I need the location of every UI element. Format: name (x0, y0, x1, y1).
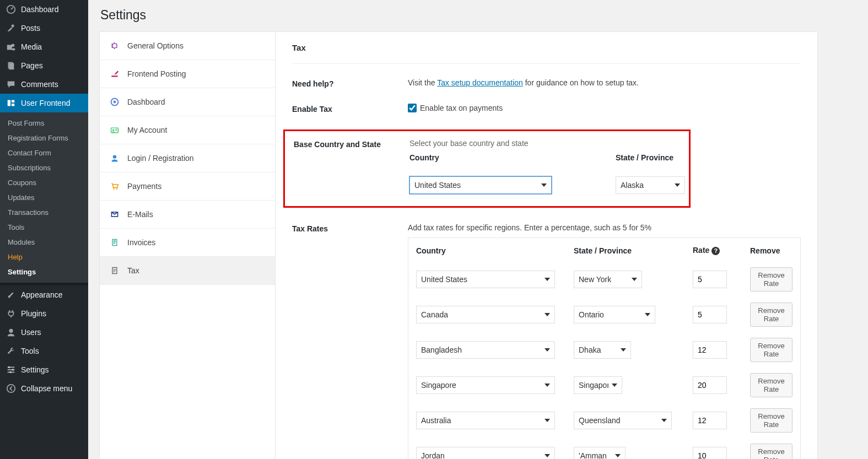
sidebar-sub-updates[interactable]: Updates (0, 190, 88, 205)
rate-country-select[interactable]: Canada (416, 306, 555, 323)
sidebar-item-appearance[interactable]: Appearance (0, 285, 88, 304)
rate-state-select[interactable]: 'Amman (574, 447, 626, 459)
rate-state-select[interactable]: New York (574, 271, 642, 288)
userfrontend-icon (6, 98, 17, 108)
remove-rate-button[interactable]: Remove Rate (750, 267, 792, 291)
cart-icon (110, 181, 120, 191)
settings-tab-login-registration[interactable]: Login / Registration (100, 144, 275, 172)
remove-rate-button[interactable]: Remove Rate (750, 408, 792, 433)
help-link[interactable]: Tax setup documentation (437, 78, 523, 87)
rate-input[interactable] (693, 447, 727, 459)
rate-country-select[interactable]: Bangladesh (416, 341, 555, 359)
rate-input[interactable] (693, 306, 727, 323)
sidebar-item-pages[interactable]: Pages (0, 56, 88, 75)
sidebar-sub-transactions[interactable]: Transactions (0, 205, 88, 220)
settings-tab-my-account[interactable]: My Account (100, 116, 275, 144)
sidebar-item-posts[interactable]: Posts (0, 19, 88, 37)
svg-point-12 (12, 369, 14, 371)
pin-icon (6, 23, 17, 33)
settings-tabs: General OptionsFrontend PostingDashboard… (99, 31, 276, 459)
rate-country-select[interactable]: Australia (416, 412, 555, 429)
state-header: State / Province (616, 153, 673, 162)
settings-tab-label: Invoices (127, 238, 155, 247)
sidebar-item-collapse-menu[interactable]: Collapse menu (0, 379, 88, 398)
sidebar-sub-coupons[interactable]: Coupons (0, 175, 88, 190)
mail-icon (110, 209, 120, 219)
svg-point-14 (7, 385, 15, 392)
sidebar-submenu: Post FormsRegistration FormsContact Form… (0, 112, 88, 283)
settings-tab-payments[interactable]: Payments (100, 172, 275, 201)
base-state-select[interactable]: Alaska (616, 176, 685, 194)
rate-state-select[interactable]: Queensland (574, 412, 672, 429)
svg-rect-6 (9, 63, 14, 70)
rate-input[interactable] (693, 271, 727, 288)
settings-tab-label: Frontend Posting (127, 69, 186, 78)
sidebar-item-dashboard[interactable]: Dashboard (0, 0, 88, 19)
rate-country-select[interactable]: United States (416, 271, 555, 288)
svg-point-16 (114, 101, 116, 104)
settings-tab-invoices[interactable]: Invoices (100, 229, 275, 257)
rates-head-country: Country (416, 246, 559, 255)
help-row: Need help? Visit the Tax setup documenta… (292, 78, 801, 88)
gear-icon (110, 41, 120, 51)
plug-icon (6, 309, 17, 318)
settings-tab-e-mails[interactable]: E-Mails (100, 201, 275, 229)
person-icon (110, 153, 120, 163)
help-label: Need help? (292, 78, 408, 88)
remove-rate-button[interactable]: Remove Rate (750, 303, 792, 327)
sidebar-sub-registration-forms[interactable]: Registration Forms (0, 131, 88, 145)
settings-tab-label: Dashboard (127, 98, 165, 106)
sidebar-item-tools[interactable]: Tools (0, 342, 88, 360)
settings-tab-general-options[interactable]: General Options (100, 32, 275, 60)
rate-country-select[interactable]: Jordan (416, 447, 555, 459)
rates-head-remove: Remove (750, 246, 792, 255)
sidebar-item-user-frontend[interactable]: User Frontend (0, 94, 88, 112)
sidebar-item-label: Media (21, 42, 42, 51)
settings-tab-label: Tax (127, 266, 139, 275)
panel-title: Tax (292, 43, 801, 64)
settings-tab-dashboard[interactable]: Dashboard (100, 88, 275, 116)
table-row: Jordan'AmmanRemove Rate (408, 438, 800, 459)
rate-input[interactable] (693, 412, 727, 429)
settings-tab-label: Login / Registration (127, 154, 194, 163)
rate-country-select[interactable]: Singapore (416, 376, 555, 394)
sidebar-item-media[interactable]: Media (0, 37, 88, 56)
table-row: United StatesNew YorkRemove Rate (408, 262, 800, 297)
rate-state-select[interactable]: Ontario (574, 306, 655, 323)
sidebar-sub-tools[interactable]: Tools (0, 220, 88, 235)
sidebar-sub-post-forms[interactable]: Post Forms (0, 116, 88, 131)
sidebar-item-label: Plugins (21, 309, 46, 318)
rate-input[interactable] (693, 341, 727, 359)
svg-point-13 (9, 371, 12, 374)
enable-tax-checkbox[interactable] (408, 104, 417, 112)
rate-state-select[interactable]: Singapore (574, 376, 622, 394)
sliders-icon (6, 365, 17, 375)
settings-tab-label: Payments (127, 182, 161, 191)
rate-input[interactable] (693, 376, 727, 394)
sidebar-sub-modules[interactable]: Modules (0, 235, 88, 250)
remove-rate-button[interactable]: Remove Rate (750, 338, 792, 362)
rates-desc: Add tax rates for specific regions. Ente… (408, 223, 801, 232)
sidebar-item-plugins[interactable]: Plugins (0, 304, 88, 323)
enable-checkbox-label[interactable]: Enable tax on payments (408, 104, 503, 112)
sidebar-item-comments[interactable]: Comments (0, 75, 88, 94)
settings-tab-tax[interactable]: Tax (100, 257, 275, 285)
comment-icon (6, 79, 17, 89)
sidebar-item-users[interactable]: Users (0, 323, 88, 342)
sidebar-item-label: Dashboard (21, 5, 59, 14)
sidebar-item-settings[interactable]: Settings (0, 360, 88, 379)
help-icon[interactable]: ? (711, 247, 720, 255)
svg-rect-9 (12, 104, 14, 106)
settings-tab-label: E-Mails (127, 210, 153, 219)
settings-tab-frontend-posting[interactable]: Frontend Posting (100, 60, 275, 88)
sidebar-sub-help[interactable]: Help (0, 250, 88, 264)
sidebar-sub-contact-form[interactable]: Contact Form (0, 145, 88, 160)
sidebar-sub-subscriptions[interactable]: Subscriptions (0, 160, 88, 175)
remove-rate-button[interactable]: Remove Rate (750, 444, 792, 459)
rates-head-state: State / Province (574, 246, 678, 255)
remove-rate-button[interactable]: Remove Rate (750, 373, 792, 397)
base-country-select[interactable]: United States (409, 176, 552, 194)
rate-state-select[interactable]: Dhaka (574, 341, 631, 359)
settings-panel: Tax Need help? Visit the Tax setup docum… (276, 31, 818, 459)
sidebar-sub-settings[interactable]: Settings (0, 264, 88, 279)
